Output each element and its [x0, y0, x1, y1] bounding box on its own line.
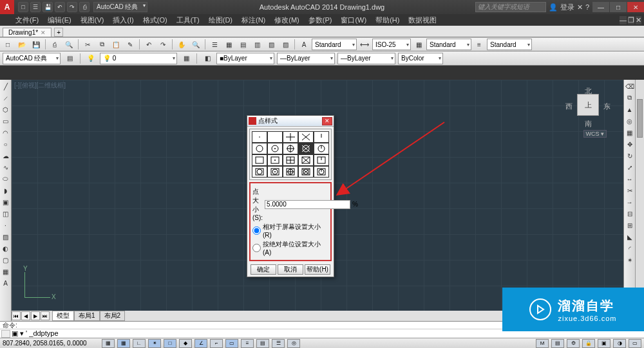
- isolate-icon[interactable]: ◑: [613, 339, 626, 348]
- region-icon[interactable]: ▢: [1, 255, 11, 265]
- mline-style-dropdown[interactable]: Standard: [487, 39, 532, 50]
- linetype-dropdown[interactable]: — ByLayer: [277, 53, 335, 64]
- revcloud-icon[interactable]: ☁: [1, 151, 11, 161]
- preview-icon[interactable]: 🔍: [62, 39, 75, 50]
- vertical-scrollbar[interactable]: [635, 80, 644, 321]
- text-style-icon[interactable]: A: [298, 39, 310, 50]
- command-icon[interactable]: [1, 330, 10, 338]
- menu-modify[interactable]: 修改(M): [274, 15, 299, 25]
- point-style-9-selected[interactable]: [298, 143, 314, 154]
- redo-icon[interactable]: ↷: [67, 2, 77, 12]
- minimize-button[interactable]: —: [592, 2, 609, 12]
- menu-help[interactable]: 帮助(H): [375, 15, 399, 25]
- pan-icon[interactable]: ✋: [175, 39, 188, 50]
- polyline-icon[interactable]: ⟋: [1, 93, 11, 103]
- tab-last-icon[interactable]: ⏭: [41, 311, 50, 320]
- ellipse-icon[interactable]: ⬭: [1, 174, 11, 184]
- color-dropdown[interactable]: ■ ByLayer: [216, 53, 274, 64]
- redo-icon[interactable]: ↷: [156, 39, 169, 50]
- rectangle-icon[interactable]: ▭: [1, 116, 11, 126]
- point-icon[interactable]: ·: [1, 220, 11, 230]
- ellipse-arc-icon[interactable]: ◗: [1, 185, 11, 196]
- snap-toggle[interactable]: ▦: [102, 339, 115, 348]
- absolute-size-radio[interactable]: [252, 244, 261, 252]
- viewcube-top[interactable]: 上: [577, 94, 599, 116]
- point-style-8[interactable]: [283, 143, 298, 154]
- layer-dropdown[interactable]: 💡 0: [100, 53, 177, 64]
- save-icon[interactable]: 💾: [30, 39, 43, 50]
- lwt-toggle[interactable]: ≡: [241, 339, 254, 348]
- tab-next-icon[interactable]: ▶: [31, 311, 40, 320]
- open-icon[interactable]: 📂: [15, 39, 28, 50]
- menu-view[interactable]: 视图(V): [80, 15, 104, 25]
- text-style-dropdown[interactable]: Standard: [312, 39, 357, 50]
- break-icon[interactable]: ⊟: [625, 208, 635, 219]
- tab-model[interactable]: 模型: [52, 311, 74, 321]
- ducs-toggle[interactable]: ⌐: [210, 339, 223, 348]
- rotate-icon[interactable]: ↻: [625, 151, 635, 161]
- point-style-13[interactable]: [283, 154, 298, 166]
- scale-icon[interactable]: ⤢: [625, 162, 635, 172]
- hardware-icon[interactable]: ▣: [598, 339, 611, 348]
- point-style-6[interactable]: [252, 143, 267, 154]
- file-tab[interactable]: Drawing1* ✕: [3, 28, 52, 37]
- wcs-dropdown[interactable]: WCS ▾: [583, 130, 607, 138]
- ortho-toggle[interactable]: ∟: [133, 339, 146, 348]
- tab-layout1[interactable]: 布局1: [74, 311, 100, 321]
- doc-close-button[interactable]: ✕: [636, 16, 641, 24]
- help-search-input[interactable]: 键入关键字或短语: [475, 2, 546, 12]
- polar-toggle[interactable]: ✴: [148, 339, 161, 348]
- gradient-icon[interactable]: ◐: [1, 243, 11, 253]
- menu-file[interactable]: 文件(F): [15, 15, 39, 25]
- sc-toggle[interactable]: ◎: [287, 339, 300, 348]
- save-icon[interactable]: 💾: [43, 2, 53, 12]
- erase-icon[interactable]: ⌫: [625, 81, 635, 91]
- lock-icon[interactable]: 🔒: [582, 339, 595, 348]
- close-button[interactable]: ✕: [627, 2, 644, 12]
- point-style-18[interactable]: [283, 166, 298, 178]
- extend-icon[interactable]: →: [625, 197, 635, 207]
- polygon-icon[interactable]: ⬡: [1, 104, 11, 114]
- arc-icon[interactable]: ◠: [1, 127, 11, 138]
- offset-icon[interactable]: ◎: [625, 116, 635, 126]
- quickcalc-icon[interactable]: ▨: [279, 39, 292, 50]
- table-icon[interactable]: ▦: [1, 266, 11, 277]
- explode-icon[interactable]: ✶: [625, 255, 635, 265]
- spline-icon[interactable]: ∿: [1, 162, 11, 172]
- point-style-2[interactable]: [267, 131, 283, 143]
- workspace-gear-icon[interactable]: ⚙: [567, 339, 580, 348]
- annoscale-icon[interactable]: ▤: [551, 339, 564, 348]
- circle-icon[interactable]: ○: [1, 139, 11, 149]
- point-style-20[interactable]: [314, 166, 329, 178]
- undo-icon[interactable]: ↶: [142, 39, 155, 50]
- sheet-set-icon[interactable]: ▥: [251, 39, 263, 50]
- line-icon[interactable]: ╱: [1, 81, 11, 91]
- menu-parametric[interactable]: 参数(P): [308, 15, 332, 25]
- osnap-toggle[interactable]: □: [164, 339, 176, 348]
- new-icon[interactable]: □: [18, 2, 28, 12]
- point-style-11[interactable]: [252, 154, 267, 166]
- exchange-icon[interactable]: ✕: [577, 3, 583, 12]
- point-style-19[interactable]: [298, 166, 314, 178]
- match-icon[interactable]: ✎: [124, 39, 137, 50]
- doc-restore-button[interactable]: ❐: [628, 16, 634, 24]
- plot-icon[interactable]: ⎙: [48, 39, 61, 50]
- point-style-4[interactable]: [298, 131, 314, 143]
- point-style-16[interactable]: [252, 166, 267, 178]
- dyn-toggle[interactable]: ▭: [225, 339, 238, 348]
- design-center-icon[interactable]: ▦: [222, 39, 235, 50]
- app-logo[interactable]: A: [0, 0, 14, 14]
- trim-icon[interactable]: ✂: [625, 185, 635, 196]
- dialog-titlebar[interactable]: 点样式 ✕: [247, 116, 334, 127]
- menu-insert[interactable]: 插入(I): [113, 15, 133, 25]
- layer-manager-icon[interactable]: ▤: [63, 53, 76, 64]
- clean-screen-icon[interactable]: ▭: [629, 339, 641, 348]
- paste-icon[interactable]: 📋: [109, 39, 122, 50]
- hatch-icon[interactable]: ▨: [1, 232, 11, 242]
- lineweight-dropdown[interactable]: — ByLayer: [337, 53, 395, 64]
- layer-state-icon[interactable]: 💡: [84, 53, 97, 64]
- menu-dimension[interactable]: 标注(N): [242, 15, 265, 25]
- move-icon[interactable]: ✥: [625, 139, 635, 149]
- cancel-button[interactable]: 取消: [278, 264, 303, 275]
- menu-draw[interactable]: 绘图(D): [209, 15, 232, 25]
